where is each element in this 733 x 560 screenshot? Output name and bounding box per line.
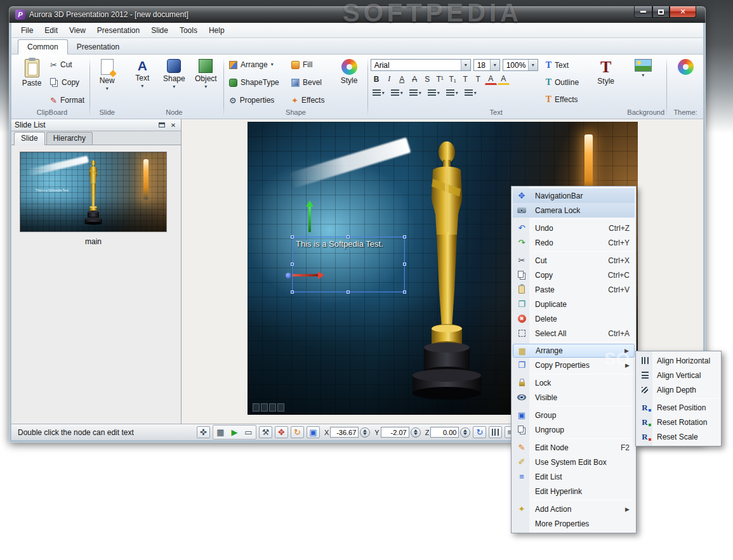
- submenu-item-reset-scale[interactable]: RReset Scale: [637, 429, 720, 444]
- maximize-button[interactable]: [652, 6, 670, 18]
- text-node-selection[interactable]: This is a Softpedia Test.: [292, 237, 405, 292]
- menu-item-ungroup[interactable]: Ungroup: [513, 422, 635, 437]
- menu-item-delete[interactable]: ✖Delete: [513, 311, 635, 326]
- x-value-input[interactable]: -36.67: [330, 427, 359, 438]
- underline-button[interactable]: A: [396, 73, 408, 85]
- vertical-text-button[interactable]: T: [459, 73, 472, 85]
- tab-hierarchy[interactable]: Hierarchy: [46, 132, 93, 145]
- submenu-item-reset-rotation[interactable]: RReset Rotation: [637, 415, 720, 429]
- menu-item-lock[interactable]: Lock: [513, 375, 635, 390]
- highlight-color-button[interactable]: A: [498, 73, 510, 85]
- menu-help[interactable]: Help: [203, 24, 230, 37]
- new-slide-button[interactable]: New ▾: [93, 56, 122, 108]
- text-align-button[interactable]: ▾: [371, 87, 386, 99]
- shape-style-button[interactable]: Style: [333, 56, 365, 108]
- menu-view[interactable]: View: [63, 24, 91, 37]
- columns-button[interactable]: ▾: [444, 87, 460, 99]
- zoom-combobox[interactable]: 100% ▾: [503, 59, 538, 71]
- menu-item-add-action[interactable]: ✦Add Action▶: [513, 502, 635, 516]
- arrange-button[interactable]: Arrange▾: [227, 58, 287, 71]
- refresh-button[interactable]: ↻: [473, 426, 486, 438]
- gizmo-x-axis[interactable]: [286, 271, 328, 279]
- menu-item-redo[interactable]: ↷RedoCtrl+Y: [513, 235, 635, 250]
- canvas-text[interactable]: This is a Softpedia Test.: [296, 239, 383, 249]
- y-spinner[interactable]: [411, 427, 421, 438]
- menu-edit[interactable]: Edit: [39, 24, 63, 37]
- menu-item-copy-properties[interactable]: ❐Copy Properties▶: [513, 358, 635, 372]
- menu-item-select-all[interactable]: Select AllCtrl+A: [513, 326, 635, 341]
- background-button[interactable]: ▾: [627, 56, 659, 108]
- menu-item-arrange[interactable]: ▦Arrange▶: [513, 344, 635, 358]
- font-color-button[interactable]: A: [485, 73, 497, 85]
- menu-item-undo[interactable]: ↶UndoCtrl+Z: [513, 221, 635, 235]
- menu-item-edit-list[interactable]: ≡Edit List: [513, 469, 635, 484]
- copy-button[interactable]: Copy: [48, 76, 87, 89]
- chevron-down-icon[interactable]: ▾: [528, 60, 538, 70]
- tab-presentation[interactable]: Presentation: [68, 40, 128, 54]
- slide-thumbnail[interactable]: This is a Softpedia Test.: [20, 152, 167, 232]
- menu-item-navigationbar[interactable]: ✥NavigationBar: [513, 188, 635, 203]
- tab-common[interactable]: Common: [18, 39, 68, 55]
- text-style-button[interactable]: TText: [543, 59, 588, 72]
- navigation-toggle-button[interactable]: ✜: [197, 426, 210, 438]
- effects-button[interactable]: ✦Effects: [289, 94, 332, 107]
- x-spinner[interactable]: [360, 427, 370, 438]
- submenu-item-align-vertical[interactable]: Align Vertical: [637, 368, 720, 382]
- z-value-input[interactable]: 0.00: [430, 427, 459, 438]
- menu-item-use-system-edit-box[interactable]: ✐Use System Edit Box: [513, 455, 635, 469]
- submenu-item-reset-position[interactable]: RReset Position: [637, 400, 720, 415]
- bevel-button[interactable]: Bevel: [289, 76, 332, 89]
- menu-presentation[interactable]: Presentation: [91, 24, 145, 37]
- menu-slide[interactable]: Slide: [145, 24, 174, 37]
- shadow-button[interactable]: S: [421, 73, 433, 85]
- menu-item-paste[interactable]: PasteCtrl+V: [513, 282, 635, 297]
- fill-button[interactable]: Fill: [289, 58, 332, 71]
- italic-button[interactable]: I: [383, 73, 395, 85]
- tools-button[interactable]: ⚒: [259, 426, 272, 438]
- menu-item-duplicate[interactable]: ❐Duplicate: [513, 297, 635, 311]
- minimize-button[interactable]: [634, 6, 652, 18]
- title-bar[interactable]: P Aurora 3D Presentation 2012 - [new doc…: [9, 6, 706, 23]
- z-spinner[interactable]: [460, 427, 470, 438]
- menu-item-edit-hyperlink[interactable]: Edit Hyperlink: [513, 484, 635, 498]
- font-family-combobox[interactable]: Arial ▾: [371, 59, 471, 71]
- theme-button[interactable]: [670, 56, 701, 108]
- subscript-button[interactable]: T₁: [447, 73, 459, 85]
- char-spacing-button[interactable]: T: [472, 73, 484, 85]
- play-button[interactable]: ▶: [228, 426, 241, 438]
- tab-slide[interactable]: Slide: [14, 132, 45, 145]
- vertical-align-button[interactable]: ▾: [389, 87, 405, 99]
- bold-button[interactable]: B: [371, 73, 383, 85]
- menu-item-camera-lock[interactable]: Camera Lock: [513, 203, 635, 218]
- text-effects-button[interactable]: TEffects: [543, 93, 588, 106]
- superscript-button[interactable]: T¹: [434, 73, 446, 85]
- menu-item-more-properties[interactable]: More Properties: [513, 516, 635, 531]
- menu-file[interactable]: File: [15, 24, 39, 37]
- y-value-input[interactable]: -2.07: [381, 427, 409, 438]
- shape-node-button[interactable]: Shape ▾: [159, 56, 189, 108]
- canvas-corner-buttons[interactable]: [253, 403, 284, 412]
- menu-item-cut[interactable]: ✂CutCtrl+X: [513, 253, 635, 268]
- chevron-down-icon[interactable]: ▾: [490, 60, 499, 70]
- justify-button[interactable]: ▾: [426, 87, 442, 99]
- paste-button[interactable]: Paste: [17, 56, 46, 108]
- cut-button[interactable]: ✂Cut: [48, 58, 87, 71]
- menu-item-copy[interactable]: CopyCtrl+C: [513, 268, 635, 282]
- dock-panel-icon[interactable]: [159, 122, 165, 127]
- menu-item-group[interactable]: ▣Group: [513, 408, 635, 422]
- grid-view-button[interactable]: ▦: [214, 426, 227, 438]
- submenu-item-align-depth[interactable]: Align Depth: [637, 382, 720, 397]
- fullscreen-button[interactable]: ▭: [242, 426, 255, 438]
- menu-item-visible[interactable]: Visible: [513, 390, 635, 405]
- close-button[interactable]: ✕: [670, 6, 696, 18]
- submenu-item-align-horizontal[interactable]: Align Horizontal: [637, 353, 720, 368]
- panel-close-button[interactable]: ✕: [169, 122, 178, 129]
- strikethrough-button[interactable]: A: [409, 73, 421, 85]
- text-outline-button[interactable]: TOutline: [543, 76, 588, 89]
- move-mode-button[interactable]: ✥: [275, 426, 288, 438]
- properties-button[interactable]: ⚙Properties: [227, 94, 287, 107]
- menu-item-edit-node[interactable]: ✎Edit NodeF2: [513, 440, 635, 455]
- text-style-gallery-button[interactable]: T Style: [590, 56, 622, 108]
- shapetype-button[interactable]: ShapeType: [227, 76, 287, 89]
- bullets-button[interactable]: ▾: [463, 87, 479, 99]
